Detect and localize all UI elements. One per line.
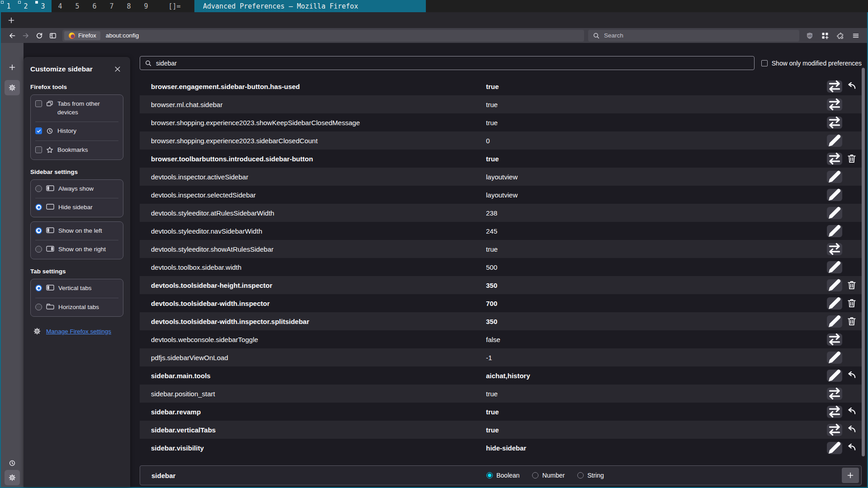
pref-row[interactable]: browser.toolbarbuttons.introduced.sideba… <box>140 150 862 168</box>
option-horizontal-tabs[interactable]: Horizontal tabs <box>31 298 123 317</box>
checkbox[interactable] <box>35 127 42 134</box>
pref-row[interactable]: devtools.inspector.activeSidebarlayoutvi… <box>140 168 862 186</box>
active-tab-aboutconfig[interactable] <box>5 80 20 95</box>
edit-pref-button[interactable] <box>827 297 842 310</box>
pref-row[interactable]: sidebar.revamptrue <box>140 403 862 421</box>
toggle-pref-button[interactable] <box>827 424 842 436</box>
pref-row[interactable]: sidebar.visibilityhide-sidebar <box>140 439 862 457</box>
wm-tag-6[interactable]: 6 <box>86 0 103 12</box>
wm-tag-5[interactable]: 5 <box>69 0 86 12</box>
radio[interactable] <box>35 185 42 192</box>
edit-pref-button[interactable] <box>827 135 842 147</box>
edit-pref-button[interactable] <box>827 225 842 237</box>
radio[interactable] <box>532 472 538 479</box>
pref-row[interactable]: devtools.toolsidebar-width.inspector.spl… <box>140 312 862 330</box>
edit-pref-button[interactable] <box>827 352 842 364</box>
wm-layout-symbol[interactable]: []= <box>155 0 194 12</box>
edit-pref-button[interactable] <box>827 207 842 219</box>
option-always-show[interactable]: Always show <box>31 180 123 198</box>
pref-row[interactable]: devtools.toolsidebar-height.inspector350 <box>140 276 862 294</box>
wm-tag-8[interactable]: 8 <box>120 0 137 12</box>
vertical-new-tab-button[interactable] <box>5 61 20 74</box>
pref-row[interactable]: devtools.webconsole.sidebarTogglefalse <box>140 330 862 348</box>
pref-row[interactable]: sidebar.main.toolsaichat,history <box>140 366 862 385</box>
radio[interactable] <box>486 472 493 479</box>
reset-pref-button[interactable] <box>846 81 857 92</box>
pref-row[interactable]: browser.shopping.experience2023.sidebarC… <box>140 131 862 150</box>
delete-pref-button[interactable] <box>846 316 857 327</box>
customize-sidebar-button[interactable] <box>5 470 20 485</box>
pref-row[interactable]: pdfjs.sidebarViewOnLoad-1 <box>140 348 862 366</box>
radio[interactable] <box>35 246 42 253</box>
pref-row[interactable]: browser.ml.chat.sidebartrue <box>140 95 862 113</box>
toggle-pref-button[interactable] <box>827 99 842 111</box>
url-bar[interactable]: Firefox about:config <box>62 30 584 42</box>
option-bookmarks[interactable]: Bookmarks <box>31 141 123 160</box>
toggle-pref-button[interactable] <box>827 80 842 93</box>
wm-tag-3[interactable]: 3 <box>34 0 52 12</box>
pref-row[interactable]: devtools.inspector.selectedSidebarlayout… <box>140 186 862 204</box>
checkbox[interactable] <box>35 146 42 153</box>
pref-row[interactable]: devtools.styleeditor.showAtRulesSidebart… <box>140 240 862 258</box>
pref-row[interactable]: sidebar.verticalTabstrue <box>140 421 862 439</box>
preference-search-input[interactable]: sidebar <box>140 56 755 70</box>
wm-tag-4[interactable]: 4 <box>52 0 69 12</box>
add-pref-button[interactable] <box>842 468 859 483</box>
option-vertical-tabs[interactable]: Vertical tabs <box>31 279 123 298</box>
pref-row[interactable]: devtools.toolsidebar-width.inspector700 <box>140 294 862 312</box>
option-hide-sidebar[interactable]: Hide sidebar <box>31 198 123 217</box>
reset-pref-button[interactable] <box>846 370 857 381</box>
wm-tag-1[interactable]: 1 <box>0 0 17 12</box>
url-text[interactable]: about:config <box>106 32 139 39</box>
scrollbar-thumb[interactable] <box>862 68 865 456</box>
wm-tag-2[interactable]: 2 <box>17 0 34 12</box>
show-modified-checkbox[interactable] <box>761 60 768 66</box>
edit-pref-button[interactable] <box>827 189 842 201</box>
ublock-button[interactable]: uO <box>803 30 816 42</box>
type-option-boolean[interactable]: Boolean <box>486 472 519 479</box>
radio[interactable] <box>35 285 42 291</box>
app-menu-button[interactable] <box>849 30 863 42</box>
reset-pref-button[interactable] <box>846 424 857 435</box>
reload-button[interactable] <box>33 30 46 42</box>
edit-pref-button[interactable] <box>827 370 842 382</box>
toggle-pref-button[interactable] <box>827 117 842 129</box>
option-tabs-from-other-devices[interactable]: Tabs from other devices <box>31 95 123 122</box>
sidebar-toggle-button[interactable] <box>46 30 60 42</box>
pref-row[interactable]: devtools.toolbox.sidebar.width500 <box>140 258 862 276</box>
reset-pref-button[interactable] <box>846 406 857 417</box>
delete-pref-button[interactable] <box>846 298 857 309</box>
toggle-pref-button[interactable] <box>827 153 842 165</box>
radio[interactable] <box>35 204 42 211</box>
extensions-button[interactable] <box>818 30 832 42</box>
radio[interactable] <box>35 304 42 310</box>
pref-row[interactable]: devtools.styleeditor.atRulesSidebarWidth… <box>140 204 862 222</box>
pref-row[interactable]: browser.shopping.experience2023.showKeep… <box>140 113 862 131</box>
type-option-string[interactable]: String <box>577 472 604 479</box>
history-tool-button[interactable] <box>5 456 20 470</box>
edit-pref-button[interactable] <box>827 442 842 454</box>
toggle-pref-button[interactable] <box>827 406 842 418</box>
pref-row[interactable]: sidebar.position_starttrue <box>140 385 862 403</box>
pref-row[interactable]: devtools.styleeditor.navSidebarWidth245 <box>140 222 862 240</box>
pref-row[interactable]: browser.engagement.sidebar-button.has-us… <box>140 77 862 95</box>
option-show-on-the-right[interactable]: Show on the right <box>31 240 123 259</box>
forward-button[interactable] <box>19 30 33 42</box>
radio[interactable] <box>577 472 584 479</box>
close-panel-button[interactable] <box>112 63 123 75</box>
reset-pref-button[interactable] <box>846 442 857 453</box>
type-option-number[interactable]: Number <box>532 472 565 479</box>
checkbox[interactable] <box>35 100 42 107</box>
option-history[interactable]: History <box>31 122 123 141</box>
edit-pref-button[interactable] <box>827 279 842 291</box>
radio[interactable] <box>35 227 42 234</box>
edit-pref-button[interactable] <box>827 171 842 183</box>
search-bar[interactable]: Search <box>588 30 799 42</box>
toggle-pref-button[interactable] <box>827 243 842 255</box>
new-tab-button[interactable] <box>5 14 18 27</box>
edit-pref-button[interactable] <box>827 315 842 328</box>
back-button[interactable] <box>5 30 19 42</box>
wm-tag-7[interactable]: 7 <box>103 0 120 12</box>
toggle-pref-button[interactable] <box>827 388 842 400</box>
wm-tag-9[interactable]: 9 <box>137 0 155 12</box>
